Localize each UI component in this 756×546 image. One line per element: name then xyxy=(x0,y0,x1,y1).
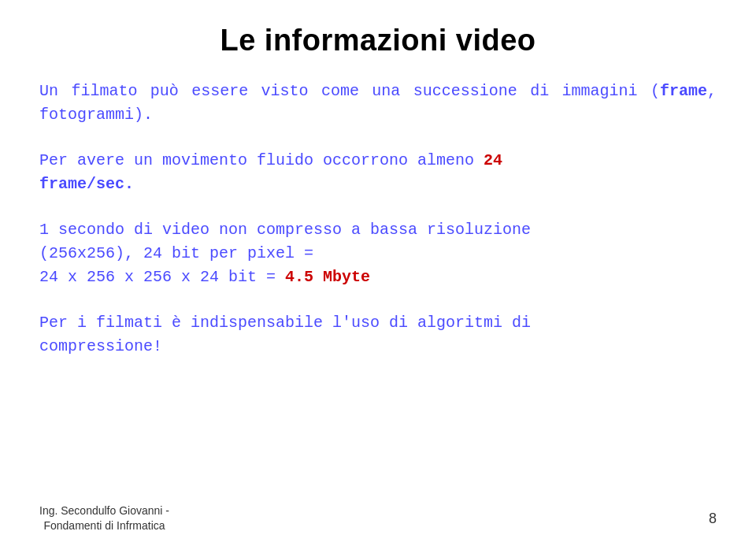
p3-result: 4.5 Mbyte xyxy=(285,268,370,286)
footer-page-number: 8 xyxy=(709,511,717,527)
paragraph-3: 1 secondo di video non compresso a bassa… xyxy=(39,218,717,289)
p1-frame-code: frame xyxy=(660,82,707,100)
p3-line1: 1 secondo di video non compresso a bassa… xyxy=(39,221,531,239)
p4-line1: Per i filmati è indispensabile l'uso di … xyxy=(39,314,531,332)
p3-line3-before: 24 x 256 x 256 x 24 bit = xyxy=(39,268,285,286)
content-area: Un filmato può essere visto come una suc… xyxy=(39,80,717,530)
footer-left-text: Ing. Secondulfo Giovanni - Fondamenti di… xyxy=(39,503,169,534)
p1-text-before: Un filmato può essere visto come una suc… xyxy=(39,82,660,100)
p2-text-before: Per avere un movimento fluido occorrono … xyxy=(39,151,484,169)
p3-line2: (256x256), 24 bit per pixel = xyxy=(39,244,313,262)
footer: Ing. Secondulfo Giovanni - Fondamenti di… xyxy=(0,503,756,534)
paragraph-2: Per avere un movimento fluido occorrono … xyxy=(39,149,717,196)
paragraph-1: Un filmato può essere visto come una suc… xyxy=(39,80,717,127)
p2-number: 24 xyxy=(484,151,502,169)
p4-line2: compressione! xyxy=(39,337,162,355)
page-container: Le informazioni video Un filmato può ess… xyxy=(0,0,756,546)
paragraph-4: Per i filmati è indispensabile l'uso di … xyxy=(39,311,717,358)
footer-line1: Ing. Secondulfo Giovanni - xyxy=(39,504,169,517)
p2-line2: frame/sec. xyxy=(39,175,134,193)
footer-line2: Fondamenti di Infrmatica xyxy=(43,519,165,532)
page-title: Le informazioni video xyxy=(39,24,717,58)
